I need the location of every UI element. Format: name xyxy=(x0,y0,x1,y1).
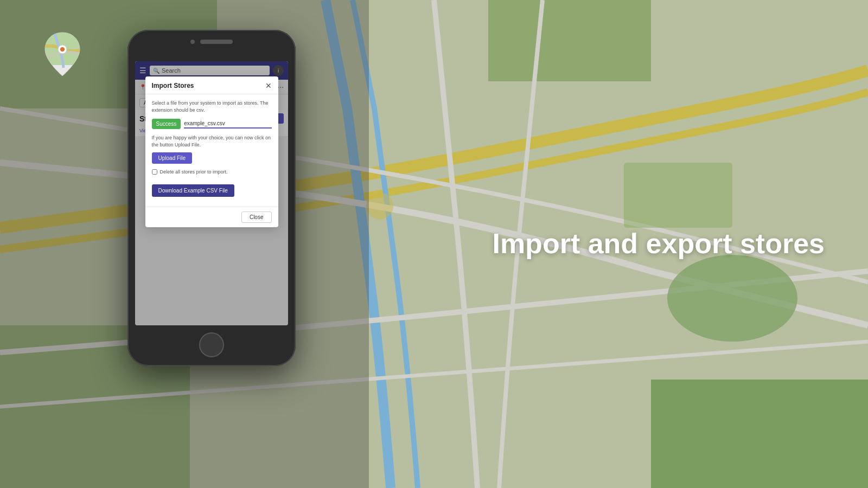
phone-home-button[interactable] xyxy=(199,332,224,357)
modal-description: Select a file from your system to import… xyxy=(152,100,272,113)
headline-text: Import and export stores xyxy=(492,228,825,260)
svg-rect-6 xyxy=(624,163,732,228)
svg-rect-4 xyxy=(488,0,651,81)
upload-file-button[interactable]: Upload File xyxy=(152,152,193,164)
success-button[interactable]: Success xyxy=(152,119,181,129)
delete-stores-checkbox[interactable] xyxy=(152,169,157,175)
svg-point-7 xyxy=(366,192,393,220)
delete-checkbox-row: Delete all stores prior to import. xyxy=(152,169,272,175)
modal-footer: Close xyxy=(145,207,278,227)
file-name-input[interactable] xyxy=(184,119,271,129)
phone-camera xyxy=(190,40,195,44)
modal-header: Import Stores ✕ xyxy=(145,76,278,94)
app-logo xyxy=(41,30,84,79)
phone-mockup: ☰ 🔍 Search i 📍 Store Locator & Map ··· xyxy=(127,30,296,366)
modal-close-button[interactable]: ✕ xyxy=(265,82,272,89)
phone-body: ☰ 🔍 Search i 📍 Store Locator & Map ··· xyxy=(127,30,296,366)
svg-rect-3 xyxy=(651,380,868,488)
download-csv-button[interactable]: Download Example CSV File xyxy=(152,184,234,197)
phone-notch xyxy=(190,40,233,44)
delete-stores-label: Delete all stores prior to import. xyxy=(160,169,228,175)
modal-title: Import Stores xyxy=(152,82,194,89)
modal-body: Select a file from your system to import… xyxy=(145,94,278,207)
close-button[interactable]: Close xyxy=(241,211,272,223)
upload-description: If you are happy with your choice, you c… xyxy=(152,134,272,148)
phone-speaker xyxy=(200,40,233,44)
modal-overlay: Import Stores ✕ Select a file from your … xyxy=(135,61,288,325)
file-input-row: Success xyxy=(152,119,272,129)
phone-screen: ☰ 🔍 Search i 📍 Store Locator & Map ··· xyxy=(135,61,288,325)
svg-point-5 xyxy=(667,255,797,342)
import-stores-modal: Import Stores ✕ Select a file from your … xyxy=(145,76,278,227)
svg-point-10 xyxy=(60,47,65,52)
